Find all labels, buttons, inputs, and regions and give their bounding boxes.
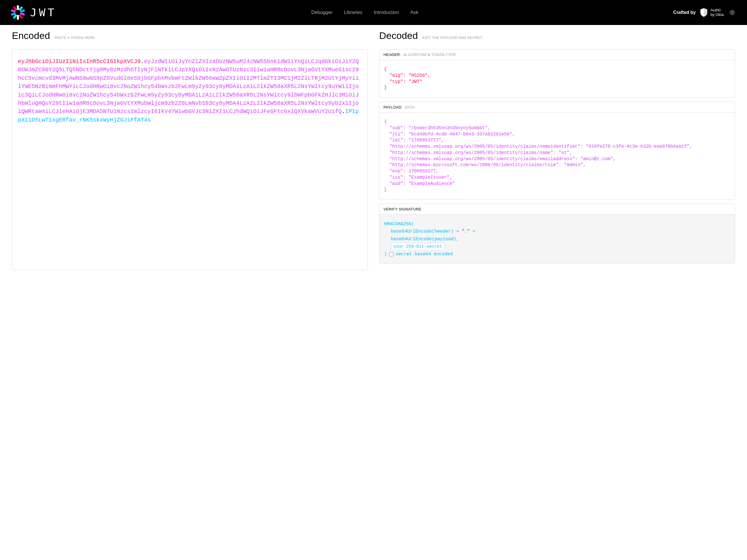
auth0-logo[interactable]: Auth0 by Okta bbox=[700, 8, 724, 17]
encoded-title: Encoded bbox=[12, 30, 50, 41]
decoded-header-title: HEADER: ALGORITHM & TOKEN TYPE bbox=[380, 49, 735, 60]
decoded-signature-title: VERIFY SIGNATURE bbox=[380, 204, 735, 215]
nav-link-introduction[interactable]: Introduction bbox=[374, 10, 399, 15]
encoded-column: Encoded PASTE A TOKEN HERE eyJhbGciOiJIU… bbox=[12, 30, 368, 270]
auth0-line1: Auth0 bbox=[711, 8, 724, 12]
auth0-line2: by Okta bbox=[711, 12, 724, 17]
sig-line3: base64UrlEncode(payload), bbox=[384, 235, 730, 243]
token-header-part: eyJhbGciOiJIUzI1NiIsInR5cCI6IkpXVCJ9 bbox=[18, 58, 140, 65]
decoded-column: Decoded EDIT THE PAYLOAD AND SECRET HEAD… bbox=[379, 30, 735, 270]
encoded-subtitle: PASTE A TOKEN HERE bbox=[54, 36, 95, 40]
nav-link-ask[interactable]: Ask bbox=[410, 10, 418, 15]
sig-secret-row bbox=[384, 243, 730, 250]
secret-input[interactable] bbox=[391, 243, 445, 250]
header-label: HEADER: bbox=[383, 53, 401, 57]
nav-right: Crafted by Auth0 by Okta ? bbox=[673, 8, 735, 17]
secret-base64-checkbox[interactable] bbox=[389, 252, 393, 257]
auth0-text: Auth0 by Okta bbox=[711, 8, 724, 17]
sig-close-paren: ) bbox=[384, 250, 387, 258]
nav-links: Debugger Libraries Introduction Ask bbox=[311, 10, 418, 15]
crafted-by-label: Crafted by bbox=[673, 10, 696, 15]
payload-label: PAYLOAD: bbox=[383, 105, 403, 109]
help-icon[interactable]: ? bbox=[729, 10, 735, 15]
svg-rect-5 bbox=[17, 15, 19, 20]
decoded-payload-title: PAYLOAD: DATA bbox=[380, 102, 735, 113]
logo[interactable]: JWT bbox=[11, 5, 56, 20]
nav-link-debugger[interactable]: Debugger bbox=[311, 10, 333, 15]
decoded-signature-section: VERIFY SIGNATURE HMACSHA256( base64UrlEn… bbox=[379, 204, 735, 264]
nav-link-libraries[interactable]: Libraries bbox=[344, 10, 362, 15]
auth0-shield-icon bbox=[700, 8, 708, 17]
decoded-subtitle: EDIT THE PAYLOAD AND SECRET bbox=[422, 36, 482, 40]
main: Encoded PASTE A TOKEN HERE eyJhbGciOiJIU… bbox=[0, 25, 747, 270]
decoded-title: Decoded bbox=[379, 30, 418, 41]
token-payload-part: eyJzdWIiOiJyYnZlZXIzaDUzNW5uM24zNW55bnk1… bbox=[18, 58, 359, 115]
token-dot2: . bbox=[342, 108, 345, 115]
secret-base64-label: secret base64 encoded bbox=[396, 250, 453, 258]
jwt-asterisk-icon bbox=[11, 5, 25, 20]
decoded-signature-body: HMACSHA256( base64UrlEncode(header) + ".… bbox=[380, 215, 735, 263]
payload-sublabel: DATA bbox=[405, 105, 415, 109]
sig-line2: base64UrlEncode(header) + "." + bbox=[384, 228, 730, 235]
jwt-wordmark: JWT bbox=[30, 7, 56, 18]
top-nav: JWT Debugger Libraries Introduction Ask … bbox=[0, 0, 747, 25]
header-sublabel: ALGORITHM & TOKEN TYPE bbox=[403, 53, 456, 57]
decoded-payload-json[interactable]: { "sub": "rbveer3h535nn3n35nyny5umbbt", … bbox=[380, 113, 735, 199]
sig-line1: HMACSHA256( bbox=[384, 220, 730, 228]
signature-label: VERIFY SIGNATURE bbox=[383, 207, 421, 211]
decoded-payload-section: PAYLOAD: DATA { "sub": "rbveer3h535nn3n3… bbox=[379, 102, 735, 199]
encoded-token-input[interactable]: eyJhbGciOiJIUzI1NiIsInR5cCI6IkpXVCJ9.eyJ… bbox=[12, 49, 368, 270]
sig-close-row: ) secret base64 encoded bbox=[384, 250, 730, 258]
token-dot1: . bbox=[140, 58, 144, 65]
svg-rect-0 bbox=[17, 5, 19, 10]
decoded-header-json[interactable]: { "alg": "HS256", "typ": "JWT" } bbox=[380, 60, 735, 98]
decoded-header-section: HEADER: ALGORITHM & TOKEN TYPE { "alg": … bbox=[379, 49, 735, 98]
